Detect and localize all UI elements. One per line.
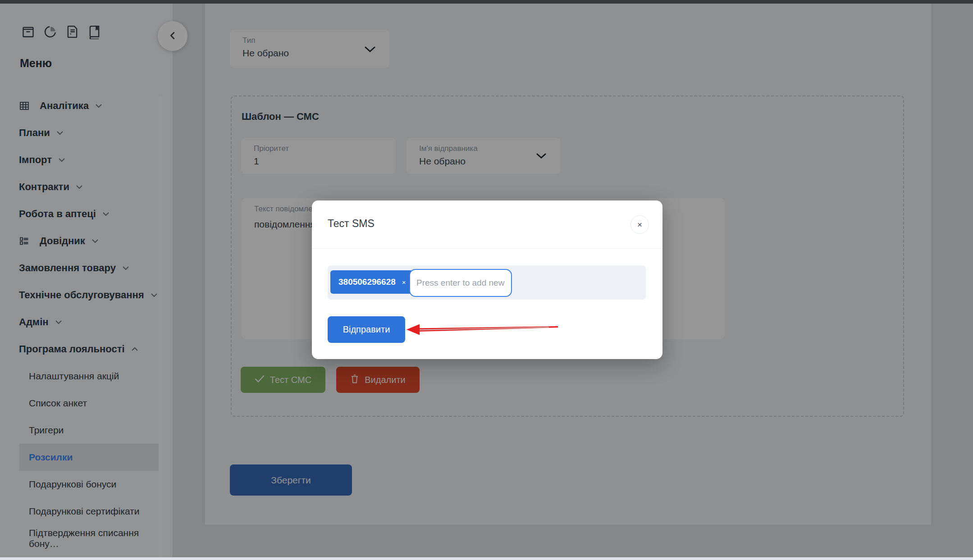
modal-title: Тест SMS [328, 218, 375, 230]
new-tag-input[interactable] [409, 269, 512, 297]
send-button[interactable]: Відправити [328, 316, 405, 343]
app-screen: Меню Аналітика Плани Імпорт Контракти [0, 0, 973, 560]
modal-close-button[interactable]: × [630, 215, 649, 234]
annotation-arrow [405, 322, 560, 340]
phone-tag: 380506296628 × [330, 270, 413, 294]
close-icon: × [637, 220, 642, 230]
phone-tag-value: 380506296628 [338, 277, 396, 287]
bottom-scrollbar-strip[interactable] [0, 557, 973, 560]
remove-tag-icon[interactable]: × [402, 278, 406, 286]
modal-header: Тест SMS × [312, 200, 662, 249]
phone-tags-container[interactable]: 380506296628 × [328, 265, 646, 300]
send-button-label: Відправити [343, 324, 390, 335]
